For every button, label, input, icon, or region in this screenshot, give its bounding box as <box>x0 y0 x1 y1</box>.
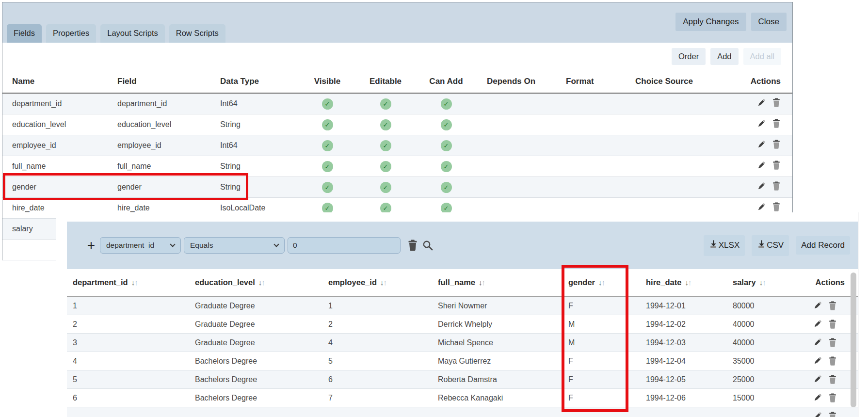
tab-properties[interactable]: Properties <box>46 24 96 43</box>
field-name-cell: department_id <box>10 99 115 108</box>
employee-id-cell: 1 <box>328 302 438 310</box>
check-icon: ✓ <box>441 161 452 172</box>
delete-field-button[interactable] <box>772 140 781 149</box>
full-name-cell: Roberta Damstra <box>438 375 568 384</box>
edit-record-button[interactable] <box>813 412 822 417</box>
delete-record-button[interactable] <box>828 393 837 403</box>
column-header-employee_id[interactable]: employee_id↓↑ <box>328 278 438 287</box>
check-icon: ✓ <box>441 119 452 130</box>
column-header-full_name[interactable]: full_name↓↑ <box>438 278 568 287</box>
check-icon: ✓ <box>380 182 391 193</box>
edit-field-button[interactable] <box>756 98 766 108</box>
filter-field-select[interactable]: department_id <box>100 237 181 254</box>
employee-id-cell: 4 <box>328 338 438 347</box>
column-header-education_level[interactable]: education_level↓↑ <box>195 278 328 287</box>
close-button[interactable]: Close <box>751 13 787 31</box>
pencil-icon <box>813 320 822 329</box>
order-button[interactable]: Order <box>672 48 706 65</box>
actions-cell <box>727 140 782 151</box>
pencil-icon <box>813 301 822 310</box>
delete-record-button[interactable] <box>828 301 837 311</box>
salary-cell: 80000 <box>733 302 800 310</box>
fields-table-header: NameFieldData TypeVisibleEditableCan Add… <box>2 70 792 94</box>
column-header-department_id[interactable]: department_id↓↑ <box>73 278 195 287</box>
edit-record-button[interactable] <box>813 301 822 310</box>
edit-field-button[interactable] <box>756 161 766 170</box>
sort-icon: ↓↑ <box>759 278 766 287</box>
field-field-cell: full_name <box>115 162 218 171</box>
field-datatype-cell: Int64 <box>218 99 298 108</box>
check-icon: ✓ <box>441 182 452 193</box>
tab-bar: FieldsPropertiesLayout ScriptsRow Script… <box>7 24 225 43</box>
export-xlsx-button[interactable]: XLSX <box>704 235 745 256</box>
apply-changes-button[interactable]: Apply Changes <box>675 13 746 31</box>
actions-cell <box>727 98 782 110</box>
edit-record-button[interactable] <box>813 320 822 329</box>
pencil-icon <box>756 161 766 170</box>
sort-icon: ↓↑ <box>131 278 138 287</box>
delete-record-button[interactable] <box>828 375 837 385</box>
delete-record-button[interactable] <box>828 356 837 366</box>
field-field-cell: employee_id <box>115 141 218 150</box>
delete-field-button[interactable] <box>772 181 781 191</box>
column-header-editable: Editable <box>356 77 415 86</box>
trash-icon <box>828 301 837 311</box>
field-name-cell: full_name <box>10 162 115 171</box>
edit-record-button[interactable] <box>813 393 822 402</box>
edit-field-button[interactable] <box>756 140 766 149</box>
delete-record-button[interactable] <box>828 338 837 348</box>
editable-cell: ✓ <box>356 119 415 130</box>
education-level-cell: Graduate Degree <box>195 320 328 329</box>
visible-cell: ✓ <box>298 119 356 130</box>
trash-icon <box>828 393 837 403</box>
export-csv-button[interactable]: CSV <box>752 235 789 256</box>
education-level-cell: Graduate Degree <box>195 338 328 347</box>
delete-record-button[interactable] <box>828 412 837 417</box>
edit-record-button[interactable] <box>813 375 822 384</box>
editable-cell: ✓ <box>356 140 415 151</box>
column-label: employee_id <box>328 278 377 287</box>
editable-cell: ✓ <box>356 182 415 193</box>
education-level-cell: Bachelors Degree <box>195 394 328 402</box>
column-header-hire_date[interactable]: hire_date↓↑ <box>646 278 733 287</box>
field-editor-titlebar: FieldsPropertiesLayout ScriptsRow Script… <box>2 2 792 43</box>
edit-record-button[interactable] <box>813 356 822 366</box>
edit-field-button[interactable] <box>756 119 766 128</box>
delete-field-button[interactable] <box>772 202 781 212</box>
search-icon[interactable] <box>422 240 434 251</box>
edit-record-button[interactable] <box>813 338 822 347</box>
education-level-cell: Bachelors Degree <box>195 375 328 384</box>
tab-layout-scripts[interactable]: Layout Scripts <box>100 24 165 43</box>
salary-cell: 35000 <box>733 357 800 366</box>
add-button[interactable]: Add <box>710 48 738 65</box>
can-add-cell: ✓ <box>415 140 478 151</box>
edit-field-button[interactable] <box>756 182 766 191</box>
trash-icon <box>772 140 781 149</box>
department-id-cell: 5 <box>73 375 195 384</box>
editable-cell: ✓ <box>356 161 415 172</box>
column-header-salary[interactable]: salary↓↑ <box>733 278 800 287</box>
delete-field-button[interactable] <box>772 119 781 128</box>
salary-cell: 40000 <box>733 320 800 329</box>
actions-cell <box>800 375 852 385</box>
vertical-scrollbar-thumb[interactable] <box>851 273 856 407</box>
can-add-cell: ✓ <box>415 119 478 130</box>
filter-operator-select[interactable]: Equals <box>184 237 285 254</box>
gender-row-highlight-box <box>3 173 248 200</box>
actions-cell <box>727 160 782 172</box>
delete-record-button[interactable] <box>828 320 837 329</box>
check-icon: ✓ <box>441 140 452 151</box>
clear-filter-trash-icon[interactable] <box>407 240 418 251</box>
edit-field-button[interactable] <box>756 203 766 212</box>
delete-field-button[interactable] <box>772 160 781 170</box>
employee-id-cell: 2 <box>328 320 438 329</box>
tab-fields[interactable]: Fields <box>7 24 42 43</box>
trash-icon <box>828 412 837 417</box>
add-record-button[interactable]: Add Record <box>796 236 850 255</box>
check-icon: ✓ <box>441 98 452 110</box>
delete-field-button[interactable] <box>772 98 781 108</box>
hire-date-cell: 1994-12-06 <box>646 394 733 402</box>
tab-row-scripts[interactable]: Row Scripts <box>169 24 225 43</box>
add-all-button: Add all <box>743 48 781 65</box>
filter-value-input[interactable] <box>288 237 401 254</box>
